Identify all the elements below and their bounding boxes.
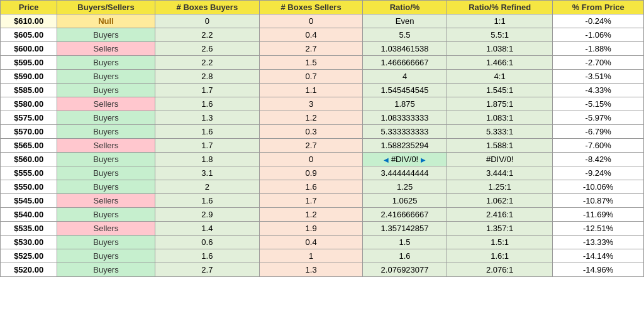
from-price-cell: -0.24% [553,14,644,28]
boxes-buyers-cell: 0.6 [155,236,259,249]
boxes-sellers-cell: 2.7 [260,139,363,153]
ratio-refined-cell: 1.545:1 [447,84,552,97]
header-price: Price [1,1,57,14]
ratio-cell: 1.038461538 [363,42,447,56]
buyers-sellers-cell: Buyers [57,70,155,84]
buyers-sellers-cell: Buyers [57,84,155,97]
ratio-cell: 2.416666667 [363,208,447,222]
ratio-cell: 5.333333333 [363,125,447,139]
boxes-sellers-cell: 1.1 [260,84,363,97]
header-ratio: Ratio/% [363,1,447,14]
boxes-sellers-cell: 3 [260,97,363,111]
ratio-cell: 1.545454545 [363,84,447,97]
ratio-refined-cell: 1.038:1 [447,42,552,56]
ratio-refined-cell: 2.416:1 [447,208,552,222]
ratio-refined-cell: 1.083:1 [447,111,552,125]
boxes-buyers-cell: 2.2 [155,56,259,70]
from-price-cell: -1.06% [553,28,644,42]
ratio-cell: 1.25 [363,180,447,194]
price-cell: $570.00 [1,125,57,139]
ratio-cell: 1.466666667 [363,56,447,70]
from-price-cell: -5.97% [553,111,644,125]
boxes-sellers-cell: 0 [260,153,363,166]
price-cell: $530.00 [1,236,57,249]
boxes-buyers-cell: 2.6 [155,42,259,56]
buyers-sellers-cell: Sellers [57,42,155,56]
from-price-cell: -14.14% [553,249,644,263]
from-price-cell: -3.51% [553,70,644,84]
header-buyers-sellers: Buyers/Sellers [57,1,155,14]
ratio-cell: ◀ #DIV/0! ▶ [363,153,447,166]
ratio-refined-cell: 1.6:1 [447,249,552,263]
ratio-refined-cell: 5.5:1 [447,28,552,42]
ratio-cell: 4 [363,70,447,84]
buyers-sellers-cell: Sellers [57,222,155,236]
price-cell: $520.00 [1,263,57,277]
boxes-sellers-cell: 0.4 [260,28,363,42]
price-cell: $595.00 [1,56,57,70]
boxes-sellers-cell: 0 [260,14,363,28]
boxes-buyers-cell: 2.9 [155,208,259,222]
price-cell: $585.00 [1,84,57,97]
from-price-cell: -13.33% [553,236,644,249]
header-boxes-sellers: # Boxes Sellers [260,1,363,14]
boxes-sellers-cell: 1.2 [260,208,363,222]
from-price-cell: -2.70% [553,56,644,70]
boxes-buyers-cell: 2.7 [155,263,259,277]
buyers-sellers-cell: Buyers [57,180,155,194]
ratio-refined-cell: 1.5:1 [447,236,552,249]
price-cell: $560.00 [1,153,57,166]
boxes-buyers-cell: 2.2 [155,28,259,42]
from-price-cell: -1.88% [553,42,644,56]
buyers-sellers-cell: Sellers [57,194,155,208]
boxes-sellers-cell: 0.3 [260,125,363,139]
boxes-buyers-cell: 1.6 [155,194,259,208]
ratio-cell: Even [363,14,447,28]
header-from-price: % From Price [553,1,644,14]
from-price-cell: -10.87% [553,194,644,208]
from-price-cell: -14.96% [553,263,644,277]
boxes-sellers-cell: 1 [260,249,363,263]
price-cell: $535.00 [1,222,57,236]
ratio-cell: 1.6 [363,249,447,263]
boxes-buyers-cell: 1.6 [155,97,259,111]
ratio-cell: 5.5 [363,28,447,42]
from-price-cell: -10.06% [553,180,644,194]
boxes-buyers-cell: 3.1 [155,166,259,180]
buyers-sellers-cell: Buyers [57,153,155,166]
price-cell: $550.00 [1,180,57,194]
ratio-cell: 1.588235294 [363,139,447,153]
price-cell: $590.00 [1,70,57,84]
buyers-sellers-cell: Buyers [57,28,155,42]
buyers-sellers-cell: Buyers [57,111,155,125]
header-ratio-refined: Ratio/% Refined [447,1,552,14]
boxes-sellers-cell: 1.2 [260,111,363,125]
boxes-sellers-cell: 0.9 [260,166,363,180]
ratio-refined-cell: 5.333:1 [447,125,552,139]
boxes-buyers-cell: 1.3 [155,111,259,125]
boxes-sellers-cell: 0.7 [260,70,363,84]
buyers-sellers-cell: Buyers [57,125,155,139]
from-price-cell: -9.24% [553,166,644,180]
buyers-sellers-cell: Null [57,14,155,28]
boxes-buyers-cell: 2.8 [155,70,259,84]
from-price-cell: -11.69% [553,208,644,222]
from-price-cell: -6.79% [553,125,644,139]
boxes-buyers-cell: 2 [155,180,259,194]
ratio-refined-cell: 1.062:1 [447,194,552,208]
ratio-refined-cell: 1:1 [447,14,552,28]
boxes-sellers-cell: 1.6 [260,180,363,194]
boxes-sellers-cell: 1.7 [260,194,363,208]
buyers-sellers-cell: Buyers [57,166,155,180]
boxes-sellers-cell: 1.9 [260,222,363,236]
ratio-refined-cell: 2.076:1 [447,263,552,277]
buyers-sellers-cell: Sellers [57,139,155,153]
ratio-cell: 1.357142857 [363,222,447,236]
from-price-cell: -5.15% [553,97,644,111]
ratio-refined-cell: 1.466:1 [447,56,552,70]
header-boxes-buyers: # Boxes Buyers [155,1,259,14]
boxes-sellers-cell: 1.5 [260,56,363,70]
ratio-cell: 3.444444444 [363,166,447,180]
from-price-cell: -7.60% [553,139,644,153]
price-cell: $605.00 [1,28,57,42]
